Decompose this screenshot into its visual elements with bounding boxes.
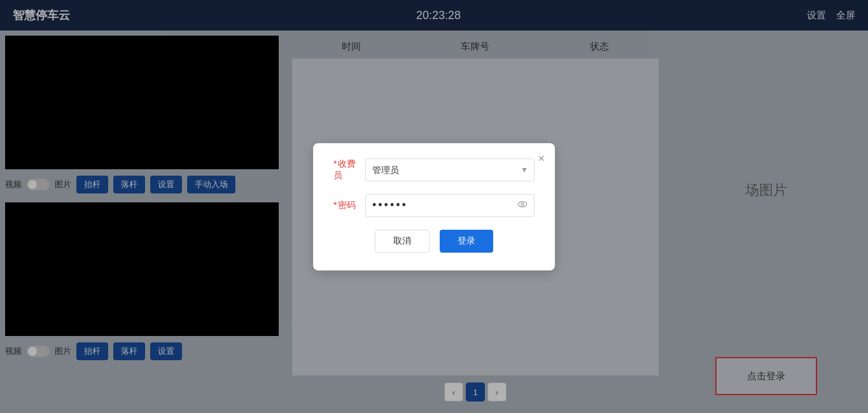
password-label: *密码 bbox=[333, 200, 365, 211]
modal-overlay: × *收费员 管理员 ▼ *密码 bbox=[0, 0, 868, 413]
svg-point-1 bbox=[521, 203, 524, 206]
password-row: *密码 bbox=[333, 194, 535, 217]
collector-row: *收费员 管理员 ▼ bbox=[333, 158, 535, 181]
collector-input-wrap: 管理员 ▼ bbox=[365, 158, 535, 181]
modal-close-button[interactable]: × bbox=[538, 152, 545, 165]
collector-label: *收费员 bbox=[333, 158, 365, 181]
login-button[interactable]: 登录 bbox=[440, 230, 493, 253]
login-modal: × *收费员 管理员 ▼ *密码 bbox=[313, 143, 555, 270]
password-input-wrap bbox=[365, 194, 535, 217]
modal-actions: 取消 登录 bbox=[333, 230, 535, 253]
password-required-mark: * bbox=[333, 200, 337, 210]
collector-required-mark: * bbox=[333, 158, 337, 169]
password-input[interactable] bbox=[365, 194, 535, 217]
svg-point-0 bbox=[518, 201, 527, 206]
eye-icon[interactable] bbox=[517, 199, 528, 213]
collector-select[interactable]: 管理员 bbox=[365, 158, 535, 181]
cancel-button[interactable]: 取消 bbox=[375, 230, 430, 253]
